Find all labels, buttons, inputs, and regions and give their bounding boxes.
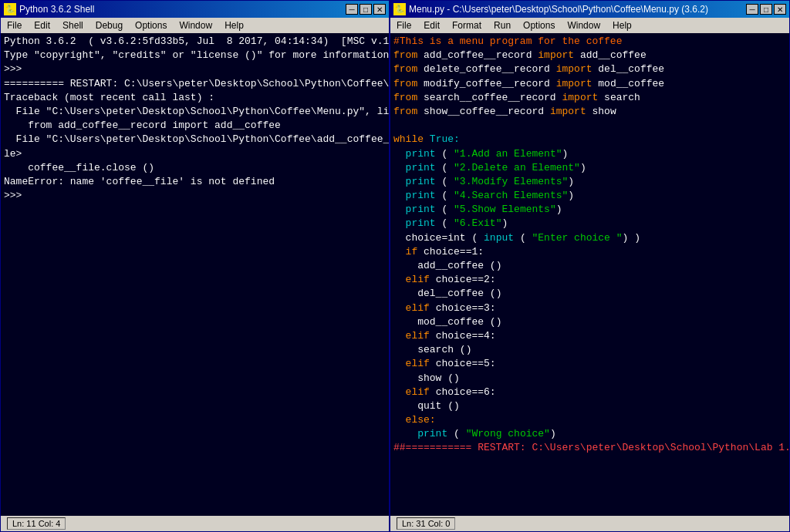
editor-menu-help[interactable]: Help — [609, 20, 635, 31]
python-icon: 🐍 — [4, 3, 16, 15]
code-line-20: elif choice==3: — [393, 301, 786, 315]
shell-line-8: File "C:\Users\peter\Desktop\School\Pyth… — [4, 133, 386, 146]
code-line-26: elif choice==6: — [393, 386, 786, 399]
editor-title-left: 🐍 Menu.py - C:\Users\peter\Desktop\Schoo… — [393, 3, 708, 15]
code-line-16: if choice==1: — [393, 245, 786, 259]
code-line-3: from delete_coffee__record import del__c… — [393, 62, 786, 76]
code-line-24: elif choice==5: — [393, 357, 786, 371]
code-line-22: elif choice==4: — [393, 329, 786, 343]
code-line-17: add__coffee () — [393, 259, 786, 273]
code-line-5: from search__coffee__record import searc… — [393, 91, 786, 105]
shell-line-11: NameError: name 'coffee__file' is not de… — [4, 175, 386, 189]
editor-menu-options[interactable]: Options — [520, 20, 558, 31]
code-line-18: elif choice==2: — [393, 273, 786, 287]
shell-menu-options[interactable]: Options — [132, 20, 170, 31]
shell-menu-file[interactable]: File — [4, 20, 25, 31]
shell-line-1: Python 3.6.2 ( v3.6.2:5fd33b5, Jul 8 201… — [4, 35, 386, 49]
shell-menu-help[interactable]: Help — [221, 20, 247, 31]
shell-line-5: Traceback (most recent call last) : — [4, 91, 386, 105]
shell-title-left: 🐍 Python 3.6.2 Shell — [4, 3, 94, 15]
editor-minimize-button[interactable]: ─ — [746, 4, 758, 15]
code-line-14: print ( "6.Exit") — [393, 217, 786, 231]
shell-title-buttons: ─ □ ✕ — [346, 4, 386, 15]
shell-line-10: coffee__file.close () — [4, 161, 386, 175]
code-line-11: print ( "3.Modify Elements") — [393, 175, 786, 189]
shell-status-ln-col: Ln: 11 Col: 4 — [7, 517, 66, 530]
shell-line-4: ========== RESTART: C:\Users\peter\Deskt… — [4, 77, 386, 91]
editor-title-text: Menu.py - C:\Users\peter\Desktop\School\… — [409, 4, 708, 15]
editor-title-bar: 🐍 Menu.py - C:\Users\peter\Desktop\Schoo… — [390, 1, 789, 18]
shell-line-6: File "C:\Users\peter\Desktop\School\Pyth… — [4, 105, 386, 119]
code-line-28: else: — [393, 413, 786, 427]
code-line-2: from add_coffee__record import add__coff… — [393, 49, 786, 62]
editor-menu-edit[interactable]: Edit — [420, 20, 443, 31]
shell-minimize-button[interactable]: ─ — [346, 4, 358, 15]
shell-menu-window[interactable]: Window — [176, 20, 215, 31]
code-line-12: print ( "4.Search Elements") — [393, 189, 786, 203]
editor-menu-run[interactable]: Run — [491, 20, 514, 31]
code-line-8: while True: — [393, 133, 786, 146]
editor-menu-file[interactable]: File — [393, 20, 414, 31]
code-line-6: from show__coffee__record import show — [393, 105, 786, 119]
editor-python-icon: 🐍 — [393, 3, 406, 15]
code-line-27: quit () — [393, 399, 786, 413]
code-line-25: show () — [393, 372, 786, 386]
code-line-21: mod__coffee () — [393, 315, 786, 329]
code-line-30: ##=========== RESTART: C:\Users\peter\De… — [393, 441, 786, 455]
shell-line-3: >>> — [4, 62, 386, 76]
editor-status-ln-col: Ln: 31 Col: 0 — [397, 517, 455, 530]
code-line-10: print ( "2.Delete an Element") — [393, 161, 786, 175]
shell-line-12: >>> — [4, 189, 386, 203]
code-line-7 — [393, 119, 786, 133]
shell-title-bar: 🐍 Python 3.6.2 Shell ─ □ ✕ — [1, 1, 389, 18]
shell-menu-debug[interactable]: Debug — [93, 20, 126, 31]
code-line-23: search () — [393, 343, 786, 357]
editor-content[interactable]: #This is a menu program for the coffee f… — [390, 33, 789, 516]
shell-menu-shell[interactable]: Shell — [59, 20, 86, 31]
code-line-1: #This is a menu program for the coffee — [393, 35, 786, 49]
code-line-29: print ( "Wrong choice") — [393, 427, 786, 441]
shell-window: 🐍 Python 3.6.2 Shell ─ □ ✕ File Edit She… — [0, 0, 390, 532]
editor-window: 🐍 Menu.py - C:\Users\peter\Desktop\Schoo… — [390, 0, 790, 532]
editor-menu-bar: File Edit Format Run Options Window Help — [390, 18, 789, 33]
editor-title-buttons: ─ □ ✕ — [746, 4, 786, 15]
shell-content[interactable]: Python 3.6.2 ( v3.6.2:5fd33b5, Jul 8 201… — [1, 33, 389, 516]
shell-maximize-button[interactable]: □ — [360, 4, 372, 15]
shell-line-7: from add_coffee__record import add__coff… — [4, 119, 386, 133]
editor-maximize-button[interactable]: □ — [760, 4, 772, 15]
code-line-15: choice=int ( input ( "Enter choice ") ) — [393, 231, 786, 245]
shell-menu-edit[interactable]: Edit — [31, 20, 53, 31]
shell-line-2: Type "copyright", "credits" or "license … — [4, 49, 386, 62]
editor-close-button[interactable]: ✕ — [774, 4, 786, 15]
editor-status-bar: Ln: 31 Col: 0 — [390, 516, 789, 531]
shell-line-9: le> — [4, 147, 386, 161]
shell-status-bar: Ln: 11 Col: 4 — [1, 516, 389, 531]
editor-menu-window[interactable]: Window — [564, 20, 603, 31]
shell-close-button[interactable]: ✕ — [373, 4, 386, 15]
code-line-4: from modify_coffee__record import mod__c… — [393, 77, 786, 91]
code-line-13: print ( "5.Show Elements") — [393, 203, 786, 217]
desktop: 🐍 Python 3.6.2 Shell ─ □ ✕ File Edit She… — [0, 0, 790, 532]
shell-menu-bar: File Edit Shell Debug Options Window Hel… — [1, 18, 389, 33]
code-line-19: del__coffee () — [393, 287, 786, 301]
shell-title-text: Python 3.6.2 Shell — [19, 4, 94, 15]
code-line-9: print ( "1.Add an Element") — [393, 147, 786, 161]
editor-menu-format[interactable]: Format — [449, 20, 484, 31]
